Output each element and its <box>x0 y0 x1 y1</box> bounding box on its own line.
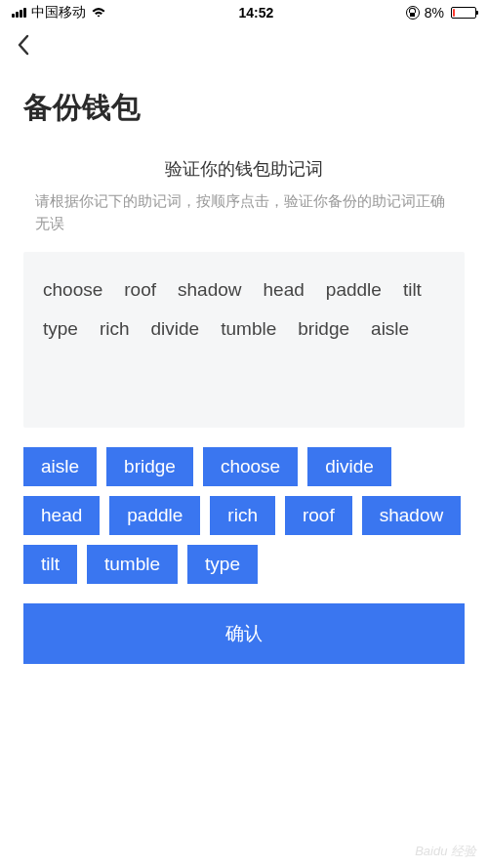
selected-word[interactable]: shadow <box>178 279 242 301</box>
word-chip[interactable]: aisle <box>23 447 97 486</box>
selected-words-list: chooseroofshadowheadpaddletilttyperichdi… <box>43 279 445 340</box>
word-chip[interactable]: tumble <box>87 545 178 584</box>
status-bar: 中国移动 14:52 8% <box>0 0 488 25</box>
instruction-title: 验证你的钱包助记词 <box>35 157 453 181</box>
status-time: 14:52 <box>238 5 273 21</box>
page-title: 备份钱包 <box>0 68 488 157</box>
battery-icon <box>451 7 476 19</box>
selected-word[interactable]: tumble <box>221 318 276 340</box>
battery-percent: 8% <box>425 5 444 21</box>
word-chip[interactable]: divide <box>307 447 391 486</box>
word-chip[interactable]: roof <box>285 496 352 535</box>
signal-icon <box>12 8 26 18</box>
word-chip[interactable]: tilt <box>23 545 77 584</box>
instruction-subtitle: 请根据你记下的助记词，按顺序点击，验证你备份的助记词正确无误 <box>35 190 453 234</box>
back-button[interactable] <box>16 33 31 62</box>
word-chip[interactable]: rich <box>210 496 275 535</box>
status-left: 中国移动 <box>12 4 106 21</box>
selected-word[interactable]: aisle <box>371 318 409 340</box>
word-chip[interactable]: shadow <box>362 496 462 535</box>
selected-word[interactable]: head <box>264 279 305 301</box>
instructions: 验证你的钱包助记词 请根据你记下的助记词，按顺序点击，验证你备份的助记词正确无误 <box>0 157 488 234</box>
selected-word[interactable]: rich <box>100 318 130 340</box>
selected-word[interactable]: choose <box>43 279 102 301</box>
selected-word[interactable]: tilt <box>403 279 422 301</box>
rotation-lock-icon <box>406 6 420 20</box>
carrier-label: 中国移动 <box>31 4 86 21</box>
word-chip[interactable]: choose <box>203 447 298 486</box>
selected-word[interactable]: type <box>43 318 78 340</box>
selected-word[interactable]: paddle <box>326 279 382 301</box>
selected-word[interactable]: roof <box>124 279 156 301</box>
selected-word[interactable]: bridge <box>298 318 349 340</box>
watermark: Baidu 经验 <box>415 843 476 860</box>
word-pool: aislebridgechoosedivideheadpaddlerichroo… <box>0 428 488 598</box>
word-chip[interactable]: paddle <box>109 496 200 535</box>
confirm-button[interactable]: 确认 <box>23 603 465 664</box>
word-chip[interactable]: type <box>187 545 258 584</box>
word-chip[interactable]: bridge <box>106 447 193 486</box>
status-right: 8% <box>406 5 476 21</box>
selected-words-area: chooseroofshadowheadpaddletilttyperichdi… <box>23 252 465 428</box>
selected-word[interactable]: divide <box>151 318 200 340</box>
wifi-icon <box>91 7 106 19</box>
nav-bar <box>0 25 488 68</box>
word-chip[interactable]: head <box>23 496 100 535</box>
